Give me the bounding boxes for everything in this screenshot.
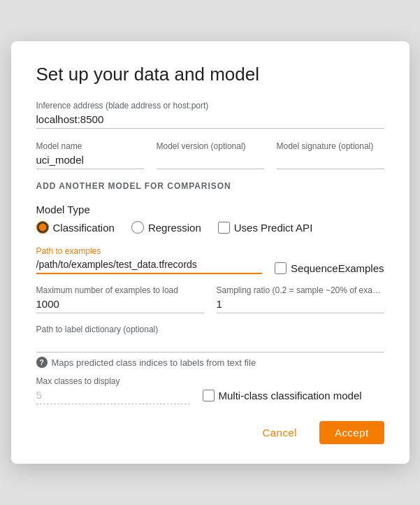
model-type-section: Model Type Classification Regression Use… [36,204,384,234]
sequence-examples-checkbox-input[interactable] [275,262,287,274]
multiclass-checkbox[interactable]: Multi-class classification model [203,390,362,401]
classification-radio-input[interactable] [36,221,49,234]
max-sampling-row: Maximum number of examples to load Sampl… [36,285,384,313]
label-dict-input[interactable] [36,336,384,353]
model-type-label: Model Type [36,204,384,215]
sequence-examples-checkbox[interactable]: SequenceExamples [275,262,384,274]
max-examples-input[interactable] [36,297,204,313]
sampling-label: Sampling ratio (0.2 = sample ~20% of exa… [217,285,384,295]
accept-button[interactable]: Accept [319,421,384,444]
label-dict-section: Path to label dictionary (optional) [36,325,384,353]
path-row: SequenceExamples [36,257,384,274]
dialog-title: Set up your data and model [36,64,384,85]
model-signature-label: Model signature (optional) [277,141,384,151]
sequence-examples-label: SequenceExamples [291,262,384,274]
max-classes-row: Max classes to display Multi-class class… [36,376,384,404]
path-label: Path to examples [36,246,384,256]
max-classes-label: Max classes to display [36,376,190,386]
add-model-button[interactable]: ADD ANOTHER MODEL FOR COMPARISON [36,181,231,194]
sampling-input[interactable] [217,297,384,313]
regression-radio[interactable]: Regression [131,221,201,234]
multiclass-label: Multi-class classification model [219,390,362,401]
info-icon: ? [36,357,48,368]
model-name-group: Model name [36,141,144,169]
regression-radio-input[interactable] [131,221,144,234]
inference-section: Inference address (blade address or host… [36,101,384,129]
model-version-group: Model version (optional) [157,141,264,169]
button-row: Cancel Accept [36,421,384,444]
path-input-wrap [36,257,263,274]
path-examples-section: Path to examples SequenceExamples [36,246,384,274]
predict-api-checkbox-input[interactable] [218,222,230,234]
inference-input[interactable] [36,112,384,129]
classification-radio[interactable]: Classification [36,221,115,234]
max-classes-input[interactable] [36,387,190,404]
model-name-input[interactable] [36,152,144,169]
classification-label: Classification [53,222,115,234]
sampling-group: Sampling ratio (0.2 = sample ~20% of exa… [217,285,384,313]
model-version-input[interactable] [157,152,264,169]
inference-label: Inference address (blade address or host… [36,101,384,111]
predict-api-label: Uses Predict API [234,222,313,234]
multiclass-checkbox-input[interactable] [203,390,215,401]
max-examples-group: Maximum number of examples to load [36,285,204,313]
max-classes-group: Max classes to display [36,376,190,404]
regression-label: Regression [148,222,201,234]
model-name-label: Model name [36,141,144,151]
model-version-label: Model version (optional) [157,141,264,151]
info-row: ? Maps predicted class indices to labels… [36,357,384,368]
predict-api-checkbox[interactable]: Uses Predict API [218,222,313,234]
model-signature-group: Model signature (optional) [277,141,384,169]
path-input[interactable] [36,257,263,274]
model-fields-row: Model name Model version (optional) Mode… [36,141,384,169]
model-type-radio-group: Classification Regression Uses Predict A… [36,221,384,234]
info-text: Maps predicted class indices to labels f… [52,357,256,368]
model-signature-input[interactable] [277,152,384,169]
max-examples-label: Maximum number of examples to load [36,285,204,295]
setup-dialog: Set up your data and model Inference add… [11,41,410,464]
cancel-button[interactable]: Cancel [249,421,311,444]
label-dict-label: Path to label dictionary (optional) [36,325,384,334]
